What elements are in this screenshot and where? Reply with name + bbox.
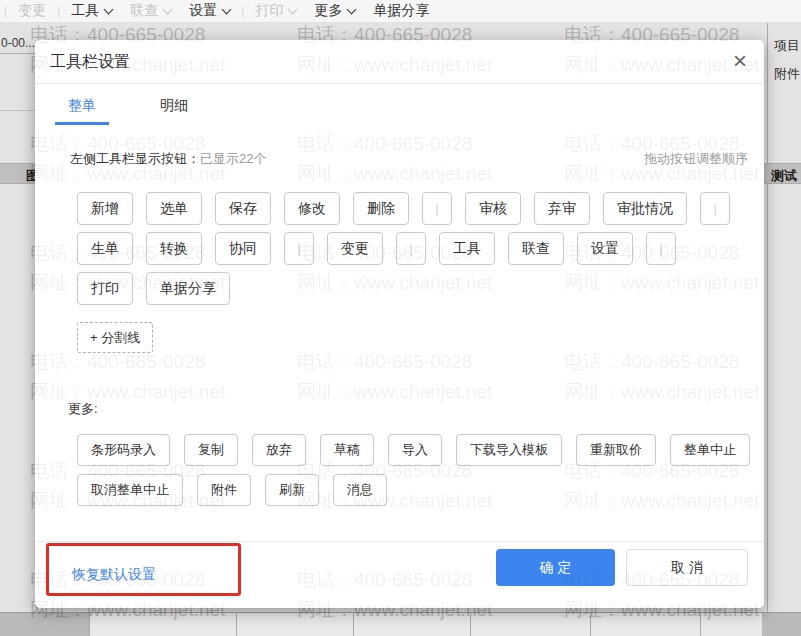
watermark-text: 网址：www.chanjet.net bbox=[564, 270, 759, 296]
toolbar-divider-button[interactable]: | bbox=[422, 192, 452, 225]
tab-detail[interactable]: 明细 bbox=[147, 92, 201, 125]
tab-whole-order[interactable]: 整单 bbox=[55, 92, 109, 125]
toolbar-button[interactable]: 修改 bbox=[284, 192, 340, 225]
restore-defaults-link[interactable]: 恢复默认设置 bbox=[72, 566, 156, 584]
toolbar-divider-button[interactable]: | bbox=[700, 192, 730, 225]
watermark-text: 电话：400-665-0028 bbox=[297, 349, 472, 375]
toolbar-button[interactable]: 消息 bbox=[333, 474, 387, 506]
toolbar-info-row: 左侧工具栏显示按钮：已显示22个 拖动按钮调整顺序 bbox=[70, 150, 748, 168]
toolbar-button-row-2: 生单转换协同|变更|工具联查设置| bbox=[77, 232, 676, 265]
toolbar-settings-dialog: 电话：400-665-0028网址：www.chanjet.net电话：400-… bbox=[35, 40, 764, 608]
toolbar-button[interactable]: 选单 bbox=[146, 192, 202, 225]
chevron-down-icon bbox=[222, 5, 232, 15]
toolbar-button[interactable]: 审批情况 bbox=[603, 192, 687, 225]
toolbar-button[interactable]: 复制 bbox=[184, 434, 238, 466]
toolbar-button-row-3: 打印单据分享 bbox=[77, 272, 230, 305]
toolbar-button[interactable]: 新增 bbox=[77, 192, 133, 225]
dialog-tabs: 整单 明细 bbox=[55, 92, 201, 125]
watermark-text: 网址：www.chanjet.net bbox=[297, 379, 492, 405]
watermark-text: 网址：www.chanjet.net bbox=[564, 379, 759, 405]
toolbar-button[interactable]: 审核 bbox=[465, 192, 521, 225]
menubar-separator: | bbox=[239, 4, 246, 18]
more-section-label: 更多: bbox=[68, 400, 98, 418]
chevron-down-icon bbox=[347, 5, 357, 15]
toolbar-button[interactable]: 协同 bbox=[215, 232, 271, 265]
menu-item-more[interactable]: 更多 bbox=[305, 2, 364, 20]
toolbar-button[interactable]: 取消整单中止 bbox=[77, 474, 183, 506]
toolbar-divider-button[interactable]: | bbox=[284, 232, 314, 265]
watermark-text: 电话：400-665-0028 bbox=[564, 349, 739, 375]
menu-item-tools[interactable]: 工具 bbox=[62, 2, 121, 20]
menu-item-link-query[interactable]: 联查 bbox=[121, 2, 180, 20]
watermark-text: 网址：www.chanjet.net bbox=[297, 270, 492, 296]
menu-item-label: 单据分享 bbox=[373, 2, 429, 20]
menu-item-print[interactable]: 打印 bbox=[246, 2, 305, 20]
menu-item-label: 联查 bbox=[130, 2, 158, 20]
menu-item-label: 设置 bbox=[189, 2, 217, 20]
close-icon[interactable]: × bbox=[733, 46, 747, 76]
toolbar-button[interactable]: 保存 bbox=[215, 192, 271, 225]
toolbar-button[interactable]: 转换 bbox=[146, 232, 202, 265]
toolbar-button[interactable]: 联查 bbox=[508, 232, 564, 265]
cancel-button[interactable]: 取 消 bbox=[626, 549, 748, 586]
ok-button[interactable]: 确 定 bbox=[496, 549, 615, 586]
menu-item-label: 更多 bbox=[314, 2, 342, 20]
toolbar-button[interactable]: 重新取价 bbox=[576, 434, 656, 466]
dialog-title: 工具栏设置 bbox=[50, 52, 130, 73]
toolbar-button[interactable]: 下载导入模板 bbox=[456, 434, 562, 466]
chevron-down-icon bbox=[288, 5, 298, 15]
watermark-text: 网址：www.chanjet.net bbox=[564, 488, 759, 514]
add-divider-button[interactable]: + 分割线 bbox=[77, 322, 153, 353]
toolbar-button[interactable]: 放弃 bbox=[252, 434, 306, 466]
toolbar-button[interactable]: 整单中止 bbox=[670, 434, 750, 466]
shown-buttons-label: 左侧工具栏显示按钮： bbox=[70, 151, 200, 166]
dialog-header: 工具栏设置 × bbox=[35, 40, 764, 84]
menu-item-label: 工具 bbox=[71, 2, 99, 20]
toolbar-button[interactable]: 刷新 bbox=[265, 474, 319, 506]
toolbar-button[interactable]: 附件 bbox=[197, 474, 251, 506]
chevron-down-icon bbox=[163, 5, 173, 15]
shown-buttons-text: 左侧工具栏显示按钮：已显示22个 bbox=[70, 150, 266, 168]
more-button-row-2: 取消整单中止附件刷新消息 bbox=[77, 474, 387, 506]
toolbar-button[interactable]: 草稿 bbox=[320, 434, 374, 466]
toolbar-divider-button[interactable]: | bbox=[396, 232, 426, 265]
watermark-text: 网址：www.chanjet.net bbox=[35, 379, 225, 405]
menubar-separator: | bbox=[55, 4, 62, 18]
menu-item-label: 打印 bbox=[255, 2, 283, 20]
toolbar-button[interactable]: 变更 bbox=[327, 232, 383, 265]
menu-item-settings[interactable]: 设置 bbox=[180, 2, 239, 20]
menu-item-label: 变更 bbox=[18, 2, 46, 20]
toolbar-button[interactable]: 工具 bbox=[439, 232, 495, 265]
menu-item-change[interactable]: 变更 bbox=[9, 2, 55, 20]
menubar-separator: | bbox=[2, 4, 9, 18]
dialog-footer: 恢复默认设置 确 定 取 消 bbox=[35, 541, 764, 608]
toolbar-button[interactable]: 导入 bbox=[388, 434, 442, 466]
toolbar-button[interactable]: 打印 bbox=[77, 272, 133, 305]
menu-item-share[interactable]: 单据分享 bbox=[364, 2, 438, 20]
toolbar-button[interactable]: 生单 bbox=[77, 232, 133, 265]
toolbar-button[interactable]: 删除 bbox=[353, 192, 409, 225]
shown-buttons-count: 已显示22个 bbox=[200, 151, 266, 166]
chevron-down-icon bbox=[104, 5, 114, 15]
toolbar-divider-button[interactable]: | bbox=[646, 232, 676, 265]
toolbar-button[interactable]: 单据分享 bbox=[146, 272, 230, 305]
toolbar-button[interactable]: 条形码录入 bbox=[77, 434, 170, 466]
toolbar-button-row-1: 新增选单保存修改删除|审核弃审审批情况| bbox=[77, 192, 730, 225]
toolbar-button[interactable]: 设置 bbox=[577, 232, 633, 265]
drag-hint: 拖动按钮调整顺序 bbox=[644, 150, 748, 168]
menubar: |变更|工具联查设置|打印更多单据分享 bbox=[0, 0, 801, 23]
more-button-row-1: 条形码录入复制放弃草稿导入下载导入模板重新取价整单中止 bbox=[77, 434, 750, 466]
toolbar-button[interactable]: 弃审 bbox=[534, 192, 590, 225]
